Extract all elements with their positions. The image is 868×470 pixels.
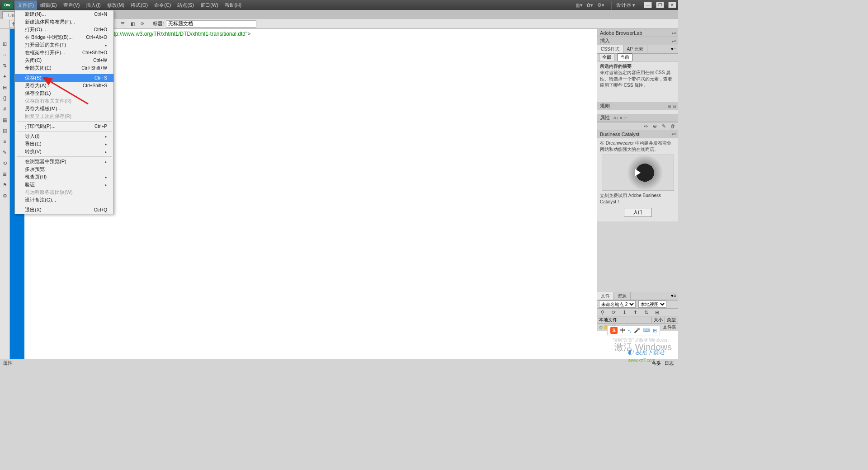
tool-icon[interactable]: ≡ (1, 138, 9, 145)
file-menu-item[interactable]: 在 Bridge 中浏览(B)...Ctrl+Alt+O (15, 33, 113, 41)
file-menu-item[interactable]: 关闭(C)Ctrl+W (15, 56, 113, 64)
file-menu-item[interactable]: 转换(V) (15, 148, 113, 155)
new-css-icon[interactable]: ⊕ (651, 122, 658, 130)
file-menu-item[interactable]: 检查页(H) (15, 173, 113, 181)
inspect-icon[interactable]: ◧ (128, 20, 137, 28)
css-all-button[interactable]: 全部 (599, 53, 614, 61)
tool-icon[interactable]: ↔ (1, 51, 9, 58)
workspace-switcher[interactable]: 设计器 ▾ (611, 1, 640, 9)
tool-icon[interactable]: ▦ (1, 116, 9, 123)
view-select[interactable]: 本地视图 (638, 301, 666, 308)
ime-keyboard-icon[interactable]: ⌨ (643, 328, 650, 334)
tool-icon[interactable]: ▤ (1, 127, 9, 134)
put-icon[interactable]: ⬆ (632, 309, 639, 316)
get-icon[interactable]: ⬇ (621, 309, 628, 316)
title-label: 标题: (153, 20, 164, 27)
tool-icon[interactable]: # (1, 105, 9, 113)
panel-props[interactable]: 属性A↓ ∗↓↑ (597, 114, 678, 122)
menu-view[interactable]: 查看(V) (60, 0, 83, 10)
ime-toolbar[interactable]: S 中 •, 🎤 ⌨ ⊞ (607, 325, 660, 335)
panel-insert[interactable]: 插入▸≡ (597, 37, 678, 45)
menu-site[interactable]: 站点(S) (174, 0, 197, 10)
refresh-icon[interactable]: ⟳ (138, 20, 146, 28)
file-menu-item[interactable]: 导入(I) (15, 132, 113, 140)
tool-icon[interactable]: ✎ (1, 149, 9, 156)
tab-files[interactable]: 文件 (597, 292, 614, 300)
log-label[interactable]: 日志 (665, 360, 674, 367)
panel-business-catalyst[interactable]: Business Catalyst▾≡ (597, 130, 678, 138)
live-icon[interactable]: ☰ (118, 20, 127, 28)
tool-icon[interactable]: {} (1, 94, 9, 102)
menu-window[interactable]: 窗口(W) (197, 0, 222, 10)
bc-video-thumb[interactable] (602, 155, 674, 191)
file-menu-item[interactable]: 打开最近的文件(T) (15, 41, 113, 49)
panel-rules[interactable]: 规则⊞ ⊟ (597, 102, 678, 110)
ime-voice-icon[interactable]: 🎤 (634, 328, 640, 334)
site-select[interactable]: 未命名站点 2 (599, 301, 636, 308)
file-menu-item[interactable]: 打印代码(P)...Ctrl+P (15, 122, 113, 130)
panel-browserlab[interactable]: Adobe BrowserLab▸≡ (597, 29, 678, 37)
file-menu-item[interactable]: 退出(X)Ctrl+Q (15, 206, 113, 214)
file-menu-item[interactable]: 新建(N)...Ctrl+N (15, 10, 113, 18)
tool-icon[interactable]: ⊞ (1, 40, 9, 47)
tool-icon[interactable]: ⚑ (1, 181, 9, 188)
file-menu-item[interactable]: 多屏预览 (15, 165, 113, 173)
delete-icon[interactable]: 🗑 (669, 122, 676, 130)
link-icon[interactable]: ⇔ (642, 122, 649, 130)
title-input[interactable] (166, 20, 256, 28)
maximize-button[interactable]: ❐ (656, 2, 664, 8)
ime-menu-icon[interactable]: ⊞ (653, 328, 657, 334)
collapse-icon[interactable]: ⊞ ⊟ (668, 104, 676, 108)
tab-css-styles[interactable]: CSS样式 (597, 45, 623, 53)
file-menu-item[interactable]: 全部关闭(E)Ctrl+Shift+W (15, 64, 113, 72)
menu-insert[interactable]: 插入(I) (83, 0, 104, 10)
menu-commands[interactable]: 命令(C) (151, 0, 174, 10)
file-menu-item[interactable]: 另存为模板(M)... (15, 105, 113, 113)
tool-icon[interactable]: ⇅ (1, 62, 9, 69)
file-menu-item[interactable]: 验证 (15, 181, 113, 188)
menu-file[interactable]: 文件(F) (14, 0, 37, 10)
close-button[interactable]: ✕ (668, 2, 676, 8)
minimize-button[interactable]: — (644, 2, 652, 8)
tab-assets[interactable]: 资源 (614, 292, 631, 300)
tool-icon[interactable]: ✦ (1, 73, 9, 80)
file-menu-item[interactable]: 另存为(A)...Ctrl+Shift+S (15, 82, 113, 89)
files-panel-tabs: 文件 资源 ▾≡ (597, 292, 678, 300)
collapse-icon[interactable]: ▾≡ (672, 132, 676, 136)
collapse-icon[interactable]: ▾≡ (669, 292, 678, 300)
ime-lang[interactable]: 中 (620, 327, 625, 334)
files-selects: 未命名站点 2 本地视图 (597, 300, 678, 308)
file-menu-item[interactable]: 新建流体网格布局(F)... (15, 18, 113, 26)
file-menu-item[interactable]: 保存全部(L) (15, 89, 113, 97)
file-menu-item[interactable]: 打开(O)...Ctrl+O (15, 26, 113, 33)
file-menu-item[interactable]: 在框架中打开(F)...Ctrl+Shift+O (15, 49, 113, 56)
collapse-icon[interactable]: ▸≡ (672, 31, 676, 35)
refresh-icon[interactable]: ⟳ (610, 309, 617, 316)
menu-format[interactable]: 格式(O) (127, 0, 151, 10)
tool-icon[interactable]: ≣ (1, 170, 9, 178)
properties-bar[interactable]: 属性 (0, 359, 678, 367)
menu-help[interactable]: 帮助(H) (222, 0, 245, 10)
file-menu-item[interactable]: 在浏览器中预览(P) (15, 158, 113, 165)
bc-start-button[interactable]: 入门 (624, 208, 652, 217)
collapse-icon[interactable]: ▸≡ (672, 39, 676, 43)
expand-icon[interactable]: ⊞ (653, 309, 660, 316)
sync-icon[interactable]: ⚙▾ (597, 1, 605, 9)
file-menu-item[interactable]: 保存(S)Ctrl+S (15, 74, 113, 82)
tool-icon[interactable]: ⟲ (1, 160, 9, 167)
file-menu-item[interactable]: 设计备注(G)... (15, 196, 113, 204)
layout-icon[interactable]: ▥▾ (575, 1, 583, 9)
tab-ap-elements[interactable]: AP 元素 (623, 45, 647, 53)
menu-modify[interactable]: 修改(M) (104, 0, 128, 10)
connect-icon[interactable]: ⚲ (599, 309, 606, 316)
ime-punct-icon[interactable]: •, (628, 328, 631, 333)
extensions-icon[interactable]: ✿▾ (586, 1, 594, 9)
tool-icon[interactable]: ⊟ (1, 84, 9, 91)
menu-edit[interactable]: 编辑(E) (37, 0, 60, 10)
file-menu-item[interactable]: 导出(E) (15, 140, 113, 148)
sync-icon[interactable]: ⇅ (642, 309, 650, 316)
css-current-button[interactable]: 当前 (617, 53, 632, 61)
edit-icon[interactable]: ✎ (660, 122, 667, 130)
collapse-icon[interactable]: ▾≡ (669, 45, 678, 53)
tool-icon[interactable]: ⚙ (1, 192, 9, 199)
